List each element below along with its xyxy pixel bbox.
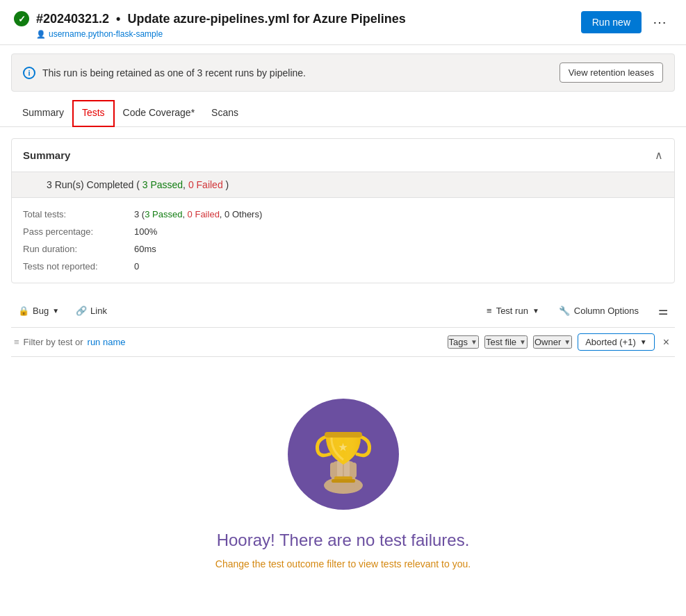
test-run-chevron-icon: ▼ [532, 307, 539, 315]
test-run-button[interactable]: ≡ Test run ▼ [480, 301, 546, 320]
build-number: #20240321.2 [36, 12, 109, 26]
tabs-bar: Summary Tests Code Coverage* Scans [0, 100, 686, 127]
not-reported-value: 0 [134, 261, 139, 272]
pass-pct-value: 100% [134, 226, 157, 237]
empty-subtitle: Change the test outcome filter to view t… [215, 558, 471, 569]
svg-rect-5 [351, 463, 357, 478]
test-run-label: Test run [496, 306, 528, 316]
run-new-button[interactable]: Run new [581, 11, 642, 33]
active-filter-chevron-icon: ▼ [640, 338, 647, 346]
trophy-container: ★ [288, 399, 399, 510]
active-filter-chip[interactable]: Aborted (+1) ▼ [578, 333, 655, 351]
info-icon: i [23, 67, 35, 79]
runs-completed-bar: 3 Run(s) Completed ( 3 Passed, 0 Failed … [12, 172, 674, 198]
column-options-label: Column Options [574, 306, 639, 316]
svg-rect-7 [332, 479, 355, 483]
owner-label: Owner [534, 337, 561, 347]
stats-grid: Total tests: 3 (3 Passed, 0 Failed, 0 Ot… [12, 198, 674, 283]
run-duration-label: Run duration: [23, 244, 134, 254]
stat-row-pass: Pass percentage: 100% [23, 226, 663, 237]
filter-left: ≡ Filter by test or run name [14, 337, 125, 347]
stat-row-duration: Run duration: 60ms [23, 244, 663, 254]
success-icon: ✓ [14, 11, 29, 26]
group-by-button[interactable]: ⚌ [651, 300, 675, 322]
pass-pct-label: Pass percentage: [23, 226, 134, 237]
bug-chevron-icon: ▼ [52, 307, 59, 315]
tab-summary[interactable]: Summary [14, 100, 72, 126]
column-options-button[interactable]: 🔧 Column Options [552, 301, 646, 320]
header-subtitle: 👤 username.python-flask-sample [36, 29, 406, 39]
view-retention-leases-button[interactable]: View retention leases [560, 63, 663, 83]
bug-button[interactable]: 🔒 Bug ▼ [11, 301, 66, 320]
passed-count: 3 Passed [142, 179, 183, 190]
tags-chevron-icon: ▼ [471, 338, 477, 346]
failed-count: 0 Failed [188, 179, 223, 190]
owner-chevron-icon: ▼ [564, 338, 571, 346]
tab-scans[interactable]: Scans [203, 100, 247, 126]
toolbar: 🔒 Bug ▼ 🔗 Link ≡ Test run ▼ 🔧 Column Opt… [11, 294, 675, 328]
bug-label: Bug [33, 306, 49, 316]
collapse-icon[interactable]: ∧ [655, 149, 663, 162]
link-button[interactable]: 🔗 Link [69, 301, 114, 320]
test-file-filter[interactable]: Test file ▼ [484, 335, 528, 349]
toolbar-left: 🔒 Bug ▼ 🔗 Link [11, 301, 114, 320]
header-left: ✓ #20240321.2 • Update azure-pipelines.y… [14, 11, 406, 39]
lock-icon: 🔒 [18, 306, 29, 316]
filter-icon: ≡ [14, 337, 19, 347]
header-right: Run new ⋯ [581, 11, 672, 33]
more-button[interactable]: ⋯ [647, 11, 672, 33]
svg-text:★: ★ [338, 442, 348, 453]
link-label: Link [90, 306, 107, 316]
active-filter-label: Aborted (+1) [585, 337, 636, 347]
tab-code-coverage[interactable]: Code Coverage* [115, 100, 204, 126]
column-options-icon: 🔧 [559, 306, 570, 316]
filter-row: ≡ Filter by test or run name Tags ▼ Test… [11, 328, 675, 357]
owner-filter[interactable]: Owner ▼ [533, 335, 572, 349]
tab-tests[interactable]: Tests [72, 100, 115, 127]
empty-subtitle-text: Change the test outcome filter to view t… [215, 558, 471, 569]
not-reported-label: Tests not reported: [23, 261, 134, 272]
tags-label: Tags [449, 337, 468, 347]
header-title: ✓ #20240321.2 • Update azure-pipelines.y… [14, 11, 406, 26]
empty-title: Hooray! There are no test failures. [217, 531, 470, 550]
tags-filter[interactable]: Tags ▼ [448, 335, 479, 349]
group-icon: ⚌ [658, 304, 668, 317]
close-filter-button[interactable]: × [660, 335, 672, 350]
stat-row-total: Total tests: 3 (3 Passed, 0 Failed, 0 Ot… [23, 209, 663, 219]
separator: • [116, 12, 120, 26]
user-icon: 👤 [36, 30, 46, 39]
run-name-link[interactable]: run name [88, 337, 126, 347]
retention-banner: i This run is being retained as one of 3… [11, 53, 675, 92]
runs-completed-text: 3 Run(s) Completed ( 3 Passed, 0 Failed … [47, 179, 229, 190]
run-duration-value: 60ms [134, 244, 156, 254]
summary-header: Summary ∧ [12, 139, 674, 172]
summary-section: Summary ∧ 3 Run(s) Completed ( 3 Passed,… [11, 138, 675, 283]
subtitle-link[interactable]: username.python-flask-sample [49, 29, 163, 39]
list-icon: ≡ [487, 306, 492, 316]
empty-state: ★ Hooray! There are no test failures. Ch… [0, 357, 686, 597]
test-file-chevron-icon: ▼ [519, 338, 526, 346]
page-header: ✓ #20240321.2 • Update azure-pipelines.y… [0, 0, 686, 45]
link-icon: 🔗 [76, 306, 87, 316]
retention-message: i This run is being retained as one of 3… [23, 67, 306, 79]
pipeline-title: Update azure-pipelines.yml for Azure Pip… [127, 12, 405, 26]
total-tests-value: 3 (3 Passed, 0 Failed, 0 Others) [134, 209, 262, 219]
retention-text: This run is being retained as one of 3 r… [42, 67, 306, 78]
toolbar-right: ≡ Test run ▼ 🔧 Column Options ⚌ [480, 300, 675, 322]
summary-title: Summary [23, 149, 70, 161]
stat-row-not-reported: Tests not reported: 0 [23, 261, 663, 272]
svg-rect-2 [330, 463, 336, 478]
total-tests-label: Total tests: [23, 209, 134, 219]
test-file-label: Test file [486, 337, 516, 347]
trophy-icon: ★ [305, 413, 382, 496]
filter-placeholder[interactable]: Filter by test or [24, 337, 83, 347]
filter-right: Tags ▼ Test file ▼ Owner ▼ Aborted (+1) … [448, 333, 672, 351]
svg-rect-8 [325, 432, 362, 438]
